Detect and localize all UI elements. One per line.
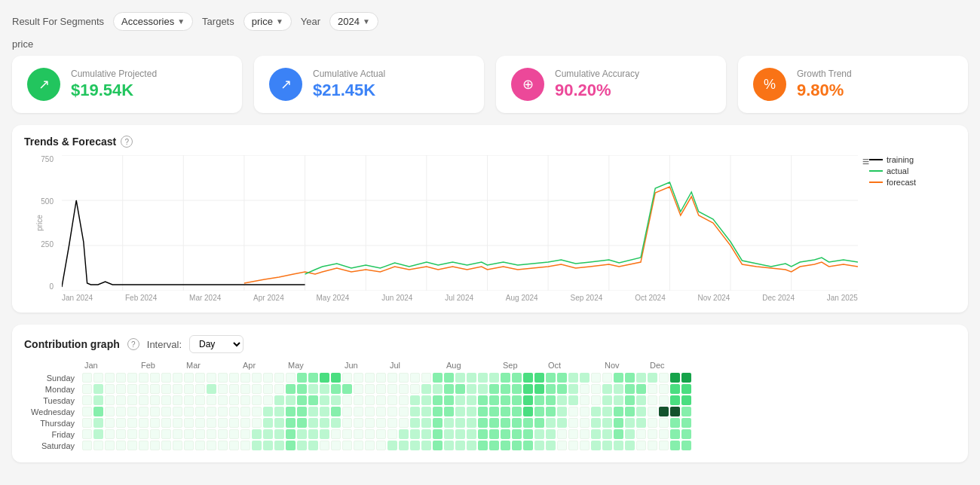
contrib-cell bbox=[229, 441, 239, 450]
contrib-cell bbox=[116, 407, 126, 416]
chevron-down-icon: ▼ bbox=[276, 17, 283, 26]
contrib-cell bbox=[557, 373, 567, 383]
contrib-cell bbox=[286, 441, 296, 450]
contrib-cell bbox=[681, 384, 691, 394]
contrib-cell bbox=[433, 429, 443, 439]
contrib-row: Wednesday bbox=[24, 407, 956, 416]
contrib-cell bbox=[602, 407, 612, 416]
contrib-cell bbox=[421, 395, 431, 405]
contrib-cell bbox=[636, 429, 646, 439]
contrib-cell bbox=[399, 429, 409, 439]
year-dropdown[interactable]: 2024 ▼ bbox=[329, 12, 378, 31]
contrib-cells bbox=[82, 429, 691, 439]
contrib-cell bbox=[444, 441, 454, 450]
contrib-cell bbox=[184, 441, 194, 450]
contrib-cell bbox=[342, 441, 352, 450]
contrib-cell bbox=[636, 384, 646, 394]
contrib-cell bbox=[139, 407, 149, 416]
contrib-cell bbox=[489, 418, 499, 428]
year-label: Year bbox=[301, 16, 320, 27]
contrib-cell bbox=[376, 429, 386, 439]
contrib-cell bbox=[93, 395, 103, 405]
contrib-cell bbox=[614, 395, 623, 405]
contrib-cell bbox=[512, 418, 522, 428]
contrib-cell bbox=[297, 441, 307, 450]
contrib-cell bbox=[320, 441, 329, 450]
contrib-cell bbox=[591, 429, 601, 439]
contrib-cell bbox=[127, 441, 137, 450]
contrib-cell bbox=[274, 418, 284, 428]
contrib-cell bbox=[218, 418, 228, 428]
contrib-cell bbox=[546, 384, 556, 394]
contrib-cell bbox=[501, 441, 510, 450]
month-header: Jul bbox=[390, 361, 446, 370]
contrib-cell bbox=[150, 429, 160, 439]
contrib-cell bbox=[467, 395, 476, 405]
chart-menu-icon[interactable]: ≡ bbox=[862, 155, 869, 169]
contrib-cell bbox=[478, 429, 488, 439]
contrib-cell bbox=[82, 395, 92, 405]
actual-icon: ↗ bbox=[269, 68, 302, 101]
contrib-cell bbox=[274, 384, 284, 394]
contrib-cell bbox=[568, 384, 578, 394]
chart-area bbox=[62, 155, 858, 291]
contrib-cell bbox=[207, 384, 216, 394]
legend-actual: actual bbox=[869, 166, 956, 175]
price-label: price bbox=[12, 38, 968, 50]
contrib-cell bbox=[218, 373, 228, 383]
month-header: May bbox=[288, 361, 345, 370]
contrib-cell bbox=[670, 395, 680, 405]
contrib-cell bbox=[320, 395, 329, 405]
contrib-cell bbox=[184, 395, 194, 405]
growth-value: 9.80% bbox=[797, 81, 852, 100]
contrib-cell bbox=[274, 429, 284, 439]
contrib-cell bbox=[387, 441, 397, 450]
contrib-cell bbox=[625, 429, 635, 439]
contrib-cell bbox=[150, 418, 160, 428]
contrib-cell bbox=[365, 373, 375, 383]
contrib-cell bbox=[433, 373, 443, 383]
contrib-cell bbox=[523, 429, 533, 439]
contrib-row: Friday bbox=[24, 429, 956, 439]
contrib-cell bbox=[139, 384, 149, 394]
contrib-cell bbox=[376, 441, 386, 450]
segment-dropdown[interactable]: Accessories ▼ bbox=[113, 12, 193, 31]
contrib-cell bbox=[263, 384, 273, 394]
contrib-cell bbox=[648, 429, 657, 439]
x-axis-labels: Jan 2024 Feb 2024 Mar 2024 Apr 2024 May … bbox=[62, 291, 858, 302]
projected-title: Cumulative Projected bbox=[71, 69, 157, 79]
contrib-cell bbox=[659, 395, 669, 405]
contrib-cell bbox=[297, 373, 307, 383]
training-line-swatch bbox=[869, 159, 883, 160]
target-dropdown[interactable]: price ▼ bbox=[243, 12, 292, 31]
contrib-cell bbox=[263, 395, 273, 405]
contrib-cell bbox=[354, 429, 363, 439]
contrib-cell bbox=[489, 407, 499, 416]
trends-help-icon[interactable]: ? bbox=[121, 136, 133, 148]
chevron-down-icon: ▼ bbox=[363, 17, 370, 26]
contrib-cell bbox=[512, 407, 522, 416]
contrib-cell bbox=[263, 373, 273, 383]
contrib-cell bbox=[207, 407, 216, 416]
contrib-cell bbox=[127, 384, 137, 394]
contrib-cell bbox=[376, 384, 386, 394]
contrib-cell bbox=[365, 407, 375, 416]
projected-icon: ↗ bbox=[27, 68, 60, 101]
contrib-cell bbox=[195, 407, 205, 416]
contrib-cell bbox=[636, 418, 646, 428]
contrib-cell bbox=[331, 373, 341, 383]
contrib-cell bbox=[602, 418, 612, 428]
contrib-cell bbox=[546, 418, 556, 428]
contribution-help-icon[interactable]: ? bbox=[127, 338, 139, 350]
contrib-cell bbox=[534, 395, 544, 405]
contrib-cell bbox=[173, 407, 182, 416]
contrib-cell bbox=[207, 395, 216, 405]
contrib-cell bbox=[116, 418, 126, 428]
contrib-cell bbox=[648, 395, 657, 405]
contrib-cell bbox=[602, 441, 612, 450]
interval-select[interactable]: Day Week Month bbox=[189, 335, 243, 353]
contrib-cell bbox=[320, 407, 329, 416]
contrib-cell bbox=[139, 429, 149, 439]
contrib-cell bbox=[297, 407, 307, 416]
contrib-cell bbox=[670, 384, 680, 394]
